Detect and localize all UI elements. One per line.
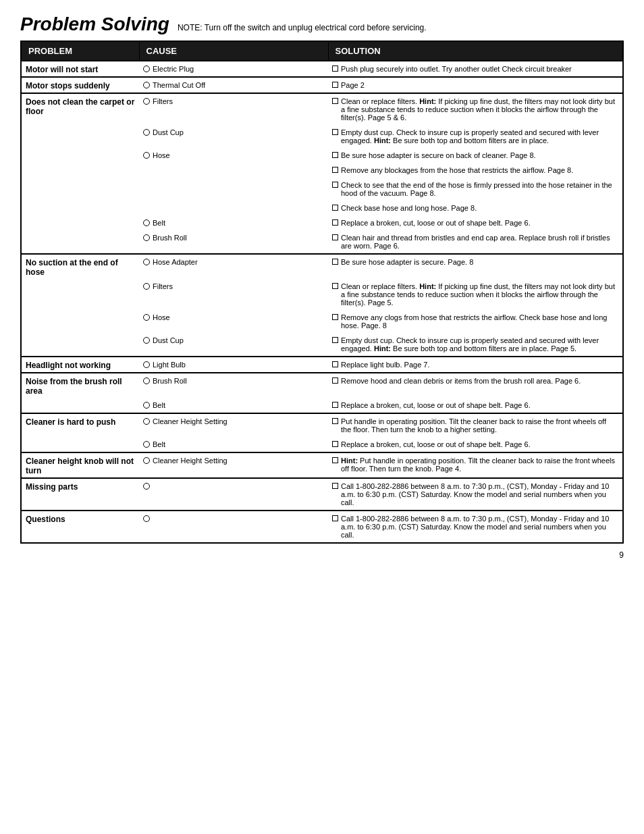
solution-cell: Empty dust cup. Check to insure cup is p… bbox=[328, 125, 623, 148]
cause-text: Dust Cup bbox=[153, 128, 184, 136]
square-icon bbox=[332, 441, 338, 447]
problem-cell bbox=[21, 201, 139, 215]
problem-cell: No suction at the end of hose bbox=[21, 254, 139, 279]
problem-cell bbox=[21, 178, 139, 201]
solution-text: Empty dust cup. Check to insure cup is p… bbox=[341, 336, 618, 353]
page-title: Problem Solving bbox=[20, 14, 169, 35]
square-icon bbox=[332, 418, 338, 424]
table-row: No suction at the end of hoseHose Adapte… bbox=[21, 254, 623, 279]
square-icon bbox=[332, 402, 338, 408]
circle-icon bbox=[143, 337, 150, 344]
cause-cell: Hose bbox=[139, 310, 328, 333]
solution-cell: Call 1-800-282-2886 between 8 a.m. to 7:… bbox=[328, 478, 623, 511]
circle-icon bbox=[143, 98, 150, 105]
problem-cell: Does not clean the carpet or floor bbox=[21, 93, 139, 125]
cause-text: Belt bbox=[153, 219, 165, 227]
square-icon bbox=[332, 182, 338, 188]
solution-text: Remove any clogs from hose that restrict… bbox=[341, 313, 618, 330]
problem-cell bbox=[21, 333, 139, 357]
square-icon bbox=[332, 337, 338, 343]
solution-cell: Remove hood and clean debris or items fr… bbox=[328, 373, 623, 398]
cause-text: Filters bbox=[153, 97, 173, 105]
problem-cell: Cleaner height knob will not turn bbox=[21, 452, 139, 478]
cause-text: Cleaner Height Setting bbox=[153, 457, 227, 465]
solution-text: Remove hood and clean debris or items fr… bbox=[341, 377, 581, 385]
cause-cell bbox=[139, 163, 328, 178]
solution-text: Clean or replace filters. Hint: If picki… bbox=[341, 97, 618, 122]
solution-cell: Check base hose and long hose. Page 8. bbox=[328, 201, 623, 215]
circle-icon bbox=[143, 66, 150, 72]
solution-text: Check base hose and long hose. Page 8. bbox=[341, 204, 477, 212]
solution-text: Page 2 bbox=[341, 81, 365, 89]
table-row: Brush RollClean hair and thread from bri… bbox=[21, 230, 623, 254]
solution-cell: Be sure hose adapter is secure. Page. 8 bbox=[328, 254, 623, 279]
solution-cell: Replace a broken, cut, loose or out of s… bbox=[328, 437, 623, 452]
page-number: 9 bbox=[20, 550, 624, 560]
cause-cell: Cleaner Height Setting bbox=[139, 413, 328, 437]
col-solution: SOLUTION bbox=[328, 41, 623, 61]
cause-cell: Brush Roll bbox=[139, 373, 328, 398]
solution-cell: Be sure hose adapter is secure on back o… bbox=[328, 148, 623, 163]
circle-icon bbox=[143, 361, 150, 368]
cause-text: Hose bbox=[153, 313, 170, 321]
square-icon bbox=[332, 361, 338, 367]
square-icon bbox=[332, 205, 338, 211]
cause-cell: Filters bbox=[139, 93, 328, 125]
table-row: Motor stops suddenlyThermal Cut OffPage … bbox=[21, 77, 623, 93]
cause-cell bbox=[139, 201, 328, 215]
cause-cell: Dust Cup bbox=[139, 125, 328, 148]
square-icon bbox=[332, 129, 338, 135]
circle-icon bbox=[143, 259, 150, 265]
table-row: Motor will not startElectric PlugPush pl… bbox=[21, 61, 623, 77]
cause-cell: Filters bbox=[139, 279, 328, 310]
circle-icon bbox=[143, 82, 150, 88]
table-row: Cleaner height knob will not turnCleaner… bbox=[21, 452, 623, 478]
problem-cell bbox=[21, 230, 139, 254]
circle-icon bbox=[143, 441, 150, 448]
table-row: FiltersClean or replace filters. Hint: I… bbox=[21, 279, 623, 310]
table-row: Remove any blockages from the hose that … bbox=[21, 163, 623, 178]
solution-text: Empty dust cup. Check to insure cup is p… bbox=[341, 128, 618, 145]
col-cause: CAUSE bbox=[139, 41, 328, 61]
solution-text: Replace a broken, cut, loose or out of s… bbox=[341, 219, 531, 227]
solution-cell: Page 2 bbox=[328, 77, 623, 93]
solution-cell: Empty dust cup. Check to insure cup is p… bbox=[328, 333, 623, 357]
table-row: Headlight not workingLight BulbReplace l… bbox=[21, 357, 623, 373]
solution-cell: Clean or replace filters. Hint: If picki… bbox=[328, 93, 623, 125]
problem-cell: Missing parts bbox=[21, 478, 139, 511]
problem-cell: Noise from the brush roll area bbox=[21, 373, 139, 398]
cause-cell bbox=[139, 478, 328, 511]
cause-cell: Belt bbox=[139, 398, 328, 413]
solution-text: Hint: Put handle in operating position. … bbox=[341, 457, 618, 473]
square-icon bbox=[332, 377, 338, 384]
problem-cell bbox=[21, 148, 139, 163]
square-icon bbox=[332, 66, 338, 72]
problem-cell bbox=[21, 398, 139, 413]
square-icon bbox=[332, 457, 338, 463]
cause-text: Brush Roll bbox=[153, 234, 187, 242]
solution-text: Call 1-800-282-2886 between 8 a.m. to 7:… bbox=[341, 482, 618, 506]
table-row: Cleaner is hard to pushCleaner Height Se… bbox=[21, 413, 623, 437]
circle-icon bbox=[143, 314, 150, 321]
circle-icon bbox=[143, 418, 150, 425]
problem-cell bbox=[21, 215, 139, 230]
cause-text: Hose Adapter bbox=[153, 258, 198, 266]
cause-cell: Hose bbox=[139, 148, 328, 163]
cause-cell: Dust Cup bbox=[139, 333, 328, 357]
solution-cell: Replace a broken, cut, loose or out of s… bbox=[328, 215, 623, 230]
circle-icon bbox=[143, 457, 150, 464]
solution-text: Remove any blockages from the hose that … bbox=[341, 166, 573, 174]
square-icon bbox=[332, 167, 338, 173]
solution-cell: Remove any clogs from hose that restrict… bbox=[328, 310, 623, 333]
square-icon bbox=[332, 259, 338, 265]
table-row: Noise from the brush roll areaBrush Roll… bbox=[21, 373, 623, 398]
solution-cell: Remove any blockages from the hose that … bbox=[328, 163, 623, 178]
square-icon bbox=[332, 283, 338, 289]
circle-icon bbox=[143, 483, 150, 490]
solution-cell: Push plug securely into outlet. Try anot… bbox=[328, 61, 623, 77]
square-icon bbox=[332, 219, 338, 226]
square-icon bbox=[332, 98, 338, 104]
solution-cell: Call 1-800-282-2886 between 8 a.m. to 7:… bbox=[328, 511, 623, 543]
cause-cell: Belt bbox=[139, 215, 328, 230]
cause-text: Dust Cup bbox=[153, 336, 184, 344]
